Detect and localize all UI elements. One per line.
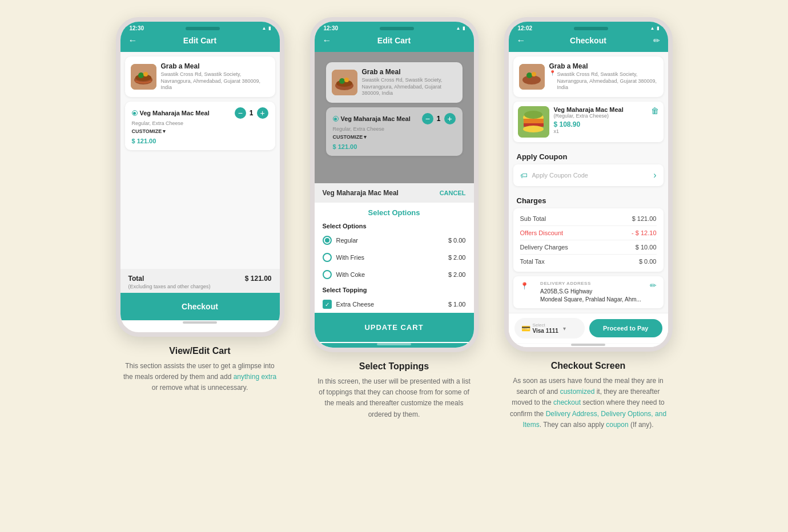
phone3-proceed-btn[interactable]: Proceed to Pay [589,319,662,337]
phone2: 12:30 ▲ ▮ ← Edit Cart [310,17,479,352]
phone2-option-price-fries: $ 2.00 [448,254,466,261]
phone2-section-label-1: Select Options [315,219,474,232]
phone2-radio-regular[interactable] [323,236,332,245]
phone3-status-bar: 12:02 ▲ ▮ [509,22,668,31]
phone2-qty-minus[interactable]: − [422,113,433,124]
phone1-body: Grab a Meal Swastik Cross Rd, Swastik So… [120,52,280,326]
phone3-card-name: Visa 1111 [533,328,558,334]
phone1-qty-plus[interactable]: + [257,107,268,119]
phone3-back-arrow[interactable]: ← [517,35,526,46]
phone3-coupon-row[interactable]: 🏷 Apply Coupon Code › [513,164,664,186]
phone2-checkbox-cheese[interactable]: ✓ [323,300,332,309]
phone3-edit-icon[interactable]: ✏ [653,36,660,45]
phone3-item-price: $ 108.90 [554,120,646,128]
svg-point-9 [344,78,349,82]
phone3-item-options: (Regular, Extra Cheese) [554,113,646,119]
phone3-notch [574,27,608,30]
phone3-charges-title: Charges [509,191,668,208]
highlight-extra: extra [261,373,276,381]
phone2-cancel-btn[interactable]: CANCEL [440,190,466,196]
phone2-header-title: Edit Cart [377,36,411,45]
phone1-time: 12:30 [130,25,144,31]
charge-value-delivery: $ 10.00 [636,244,657,251]
phone2-restaurant-name: Grab a Meal [362,68,457,76]
phone3-addr-edit-icon[interactable]: ✏ [650,281,657,290]
card-info: Select Visa 1111 [533,323,558,334]
phone1-home-indicator [183,321,217,324]
phone3-restaurant-img [519,64,545,90]
phone2-notch [380,27,414,30]
phone2-select-options-title: Select Options [315,203,474,219]
phone3-card-select[interactable]: 💳 Select Visa 1111 ▾ [514,318,585,338]
phone2-radio-fries[interactable] [323,253,332,262]
phone2-time: 12:30 [324,25,339,31]
highlight-coupon: coupon [606,421,628,429]
phone3-item-qty: x1 [554,128,646,134]
phone2-header: ← Edit Cart [315,31,474,52]
phone1-status-icons: ▲ ▮ [262,26,271,31]
phone2-option-price-coke: $ 2.00 [448,271,466,278]
phone3-home-indicator [571,344,605,346]
phone1-customize-btn[interactable]: CUSTOMIZE ▾ [132,128,268,134]
phone2-item-price: $ 121.00 [333,143,456,150]
phone3-addr-label: DELIVERY ADDRESS [540,281,641,286]
phone2-customize-btn[interactable]: CUSTOMIZE ▾ [333,134,456,140]
phone1-back-arrow[interactable]: ← [128,35,138,46]
charge-value-discount: - $ 12.10 [632,229,656,236]
phone3-coupon-arrow[interactable]: › [653,170,656,180]
phone2-update-cart-btn[interactable]: UPDATE CART [315,313,474,342]
battery-icon: ▮ [268,26,271,31]
phone2-cart-item: Veg Maharaja Mac Meal − 1 + Regular, Ext… [326,107,463,156]
phone1-cart-item-header: Veg Maharaja Mac Meal − 1 + [132,107,268,119]
phone2-qty-control[interactable]: − 1 + [422,113,456,124]
phone3-charge-subtotal: Sub Total $ 121.00 [520,212,657,226]
phone1-caption-text: This section assists the user to get a g… [122,361,279,394]
phone1-qty-control[interactable]: − 1 + [235,107,268,119]
phone2-section-label-2: Select Topping [315,283,474,296]
card-icon: 💳 [521,324,530,333]
phone1-caption: View/Edit Cart This section assists the … [116,337,284,394]
phone1-qty-minus[interactable]: − [235,107,246,119]
phone1-restaurant-img [131,64,156,90]
phone2-sheet-header: Veg Maharaja Mac Meal CANCEL [315,183,474,203]
phone2-restaurant-img [332,70,357,95]
phone2-option-price-regular: $ 0.00 [448,237,466,244]
phone2-qty-plus[interactable]: + [444,113,456,124]
phone2-item-options: Regular, Extra Cheese [333,126,456,132]
phone3-bottom-bar [509,344,668,347]
phone3-header-title: Checkout [570,36,606,45]
phone2-option-label-cheese: Extra Cheese [336,301,375,308]
phone1-item-name: Veg Maharaja Mac Meal [140,110,210,116]
chevron-down-icon3: ▾ [563,325,566,332]
phone3-coupon-title: Apply Coupon [509,147,668,164]
phone2-bottom-bar [315,343,474,348]
phone2-option-label-regular: Regular [336,237,359,244]
phone1-restaurant-info: Grab a Meal Swastik Cross Rd, Swastik So… [161,62,270,91]
phone1-restaurant-card: Grab a Meal Swastik Cross Rd, Swastik So… [125,57,275,97]
phone3-trash-icon[interactable]: 🗑 [651,106,659,115]
phone1-total-label: Total [128,275,144,283]
phone2-caption: Select Toppings In this screen, the user… [310,352,479,420]
phone3: 12:02 ▲ ▮ ← Checkout ✏ [504,17,673,352]
phone2-status-icons: ▲ ▮ [456,26,465,31]
phone2-option-fries[interactable]: With Fries $ 2.00 [315,249,474,266]
pin-icon: 📍 [520,282,529,290]
phone1: 12:30 ▲ ▮ ← Edit Cart [116,17,284,337]
phone2-option-coke[interactable]: With Coke $ 2.00 [315,266,474,283]
phone2-item-name-row: Veg Maharaja Mac Meal [333,115,411,122]
phone2-option-cheese[interactable]: ✓ Extra Cheese $ 1.00 [315,296,474,313]
wifi-icon: ▲ [262,26,267,31]
phone2-back-arrow[interactable]: ← [323,35,332,46]
phone3-delivery-addr: 📍 DELIVERY ADDRESS A205B,S.G Highway Mon… [513,276,664,308]
phone1-header: ← Edit Cart [120,31,280,52]
phone2-restaurant-card: Grab a Meal Swastik Cross Rd, Swastik So… [326,62,463,103]
phone1-checkout-btn[interactable]: Checkout [120,293,280,320]
phone1-qty-num: 1 [250,109,254,117]
phone2-status-bar: 12:30 ▲ ▮ [315,22,474,31]
phone3-checkout-item: Veg Maharaja Mac Meal (Regular, Extra Ch… [513,102,664,142]
phone2-veg-dot [333,116,339,122]
phone2-option-regular[interactable]: Regular $ 0.00 [315,232,474,249]
phone2-radio-coke[interactable] [323,270,332,279]
phone2-option-label-coke: With Coke [336,271,365,278]
coupon-icon: 🏷 [520,171,528,180]
